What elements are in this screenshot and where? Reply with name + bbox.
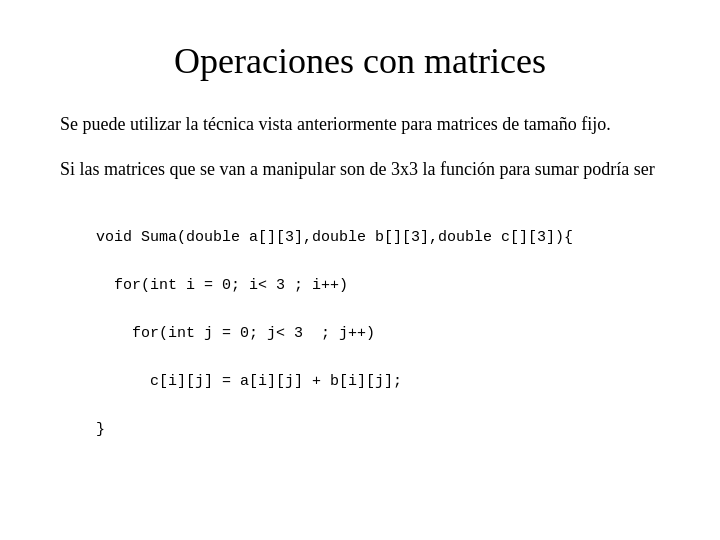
code-block: void Suma(double a[][3],double b[][3],do… xyxy=(60,202,660,466)
code-line-5: } xyxy=(96,421,105,438)
paragraph-1: Se puede utilizar la técnica vista anter… xyxy=(60,112,660,137)
code-line-2: for(int i = 0; i< 3 ; i++) xyxy=(96,277,348,294)
page-title: Operaciones con matrices xyxy=(60,40,660,82)
code-line-1: void Suma(double a[][3],double b[][3],do… xyxy=(96,229,573,246)
code-line-3: for(int j = 0; j< 3 ; j++) xyxy=(96,325,375,342)
code-line-4: c[i][j] = a[i][j] + b[i][j]; xyxy=(96,373,402,390)
paragraph-2: Si las matrices que se van a manipular s… xyxy=(60,157,660,182)
page: Operaciones con matrices Se puede utiliz… xyxy=(0,0,720,540)
